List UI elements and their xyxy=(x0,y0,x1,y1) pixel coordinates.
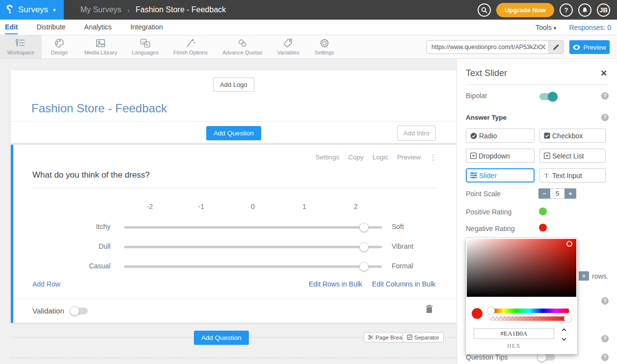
answer-type-checkbox[interactable]: Checkbox xyxy=(539,129,606,143)
alpha-slider[interactable] xyxy=(490,316,569,321)
more-options-icon[interactable]: ⋮ xyxy=(429,154,437,161)
bipolar-label: Bipolar xyxy=(466,92,487,100)
add-rows-plus-button[interactable]: + xyxy=(579,271,589,281)
chevron-up-icon xyxy=(562,328,566,332)
row-left-label: Casual xyxy=(13,262,110,270)
row-right-label: Soft xyxy=(392,223,404,231)
slider-track[interactable] xyxy=(124,265,382,268)
text-input-icon: T xyxy=(544,172,550,179)
toolbar-item-settings[interactable]: Settings xyxy=(307,35,342,58)
increase-button[interactable]: + xyxy=(564,188,576,199)
slider-row-itchy-soft: Itchy Soft xyxy=(13,222,456,233)
toolbar-item-media-library[interactable]: Media Library xyxy=(77,35,125,58)
question-text[interactable]: What do you think of the dress? xyxy=(32,170,150,180)
product-switcher[interactable]: ? Surveys ▾ xyxy=(0,0,64,20)
question-preview-link[interactable]: Preview xyxy=(397,154,421,161)
answer-type-radio[interactable]: Radio xyxy=(466,129,535,143)
add-intro-button[interactable]: Add Intro xyxy=(397,126,436,141)
decrease-button[interactable]: − xyxy=(538,188,550,199)
answer-type-slider[interactable]: Slider xyxy=(466,168,535,182)
toolbar-item-label: Media Library xyxy=(84,50,117,55)
edit-rows-in-bulk-link[interactable]: Edit Rows in Bulk xyxy=(309,280,362,288)
divider xyxy=(13,299,456,299)
upgrade-now-button[interactable]: Upgrade Now xyxy=(496,3,554,17)
close-icon[interactable]: ✕ xyxy=(600,68,607,78)
bell-icon xyxy=(582,7,588,13)
question-logic-link[interactable]: Logic xyxy=(373,154,388,161)
negative-rating-color-swatch[interactable] xyxy=(539,224,547,232)
delete-question-button[interactable] xyxy=(426,305,433,313)
answer-type-dropdown[interactable]: Dropdown xyxy=(466,149,535,163)
edit-columns-in-bulk-link[interactable]: Edit Columns in Bulk xyxy=(372,280,435,288)
survey-title[interactable]: Fashion Store - Feedback xyxy=(31,102,167,115)
slider-track[interactable] xyxy=(124,226,382,229)
breadcrumb-my-surveys[interactable]: My Surveys xyxy=(80,5,122,14)
question-mark-icon: ? xyxy=(564,6,568,14)
toolbar-item-languages[interactable]: xA Languages xyxy=(124,35,165,58)
slider-track[interactable] xyxy=(124,246,382,248)
positive-rating-color-swatch[interactable] xyxy=(539,208,547,215)
answer-type-text-input[interactable]: T Text Input xyxy=(539,168,606,182)
bipolar-toggle[interactable] xyxy=(539,93,556,100)
saturation-cursor[interactable] xyxy=(566,241,572,247)
toolbar-item-advance-quotas[interactable]: Advance Quotas xyxy=(215,35,269,58)
help-icon[interactable]: ? xyxy=(601,114,609,121)
slider-handle[interactable] xyxy=(359,262,369,271)
preview-button[interactable]: Preview xyxy=(569,40,610,54)
question-settings-link[interactable]: Settings xyxy=(315,154,339,161)
notifications-button[interactable] xyxy=(578,3,591,17)
tab-analytics[interactable]: Analytics xyxy=(84,20,112,34)
survey-url-input[interactable] xyxy=(427,41,548,53)
hue-slider[interactable] xyxy=(490,309,569,313)
question-tips-toggle[interactable] xyxy=(538,354,555,361)
saturation-area[interactable] xyxy=(467,239,576,297)
question-tips-label: Question Tips xyxy=(466,353,538,361)
toolbar-item-finish-options[interactable]: Finish Options xyxy=(166,35,215,58)
question-settings-panel: Text Slider ✕ Bipolar ? Answer Type ? Ra… xyxy=(456,59,617,364)
search-button[interactable] xyxy=(478,3,491,17)
answer-type-select-list[interactable]: Select List xyxy=(539,149,606,163)
slider-handle[interactable] xyxy=(359,242,369,252)
add-question-button-bottom[interactable]: Add Question xyxy=(194,331,249,345)
toolbar-item-design[interactable]: Design xyxy=(42,35,77,58)
question-copy-link[interactable]: Copy xyxy=(348,154,364,161)
negative-rating-label: Negative Rating xyxy=(466,225,515,233)
point-scale-value[interactable]: 5 xyxy=(550,188,564,199)
toolbar-item-workspace[interactable]: Workspace xyxy=(0,35,42,58)
color-format-toggle[interactable] xyxy=(560,328,568,341)
avatar[interactable]: JB xyxy=(597,3,610,17)
tag-icon xyxy=(283,38,294,48)
add-question-button-top[interactable]: Add Question xyxy=(206,126,261,140)
add-logo-button[interactable]: Add Logo xyxy=(213,78,254,92)
tab-distribute[interactable]: Distribute xyxy=(36,20,65,34)
tools-menu[interactable]: Tools ▾ xyxy=(536,24,556,31)
help-button[interactable]: ? xyxy=(560,3,573,17)
gear-icon xyxy=(319,38,330,48)
point-scale-label: Point Scale xyxy=(466,190,501,198)
nav-tabs: Edit Distribute Analytics Integration xyxy=(0,20,163,34)
hue-slider-handle[interactable] xyxy=(487,307,495,314)
help-icon[interactable]: ? xyxy=(601,92,609,100)
answer-type-label-text: Slider xyxy=(479,172,497,180)
edit-url-button[interactable] xyxy=(548,41,563,53)
select-list-icon xyxy=(544,153,550,159)
editor-toolbar: Workspace Design Media Library xA Langua… xyxy=(0,35,617,59)
help-icon[interactable]: ? xyxy=(601,354,609,361)
help-icon[interactable]: ? xyxy=(601,297,609,305)
tab-edit[interactable]: Edit xyxy=(5,20,18,34)
validation-toggle[interactable] xyxy=(71,308,88,314)
separator-button[interactable]: Separator xyxy=(402,332,444,342)
tab-integration[interactable]: Integration xyxy=(131,20,163,34)
responses-count[interactable]: Responses: 0 xyxy=(569,24,611,31)
add-row-link[interactable]: Add Row xyxy=(32,280,60,288)
slider-row-dull-vibrant: Dull Vibrant xyxy=(13,241,456,252)
help-icon[interactable]: ? xyxy=(601,335,609,342)
slider-handle[interactable] xyxy=(359,223,369,232)
alpha-slider-handle[interactable] xyxy=(564,315,571,322)
page-break-label: Page Break xyxy=(376,335,405,340)
divider xyxy=(11,121,456,122)
pencil-icon xyxy=(553,44,559,51)
slider-icon xyxy=(470,172,477,179)
hex-color-input[interactable] xyxy=(474,328,554,339)
toolbar-item-variables[interactable]: Variables xyxy=(270,35,307,58)
